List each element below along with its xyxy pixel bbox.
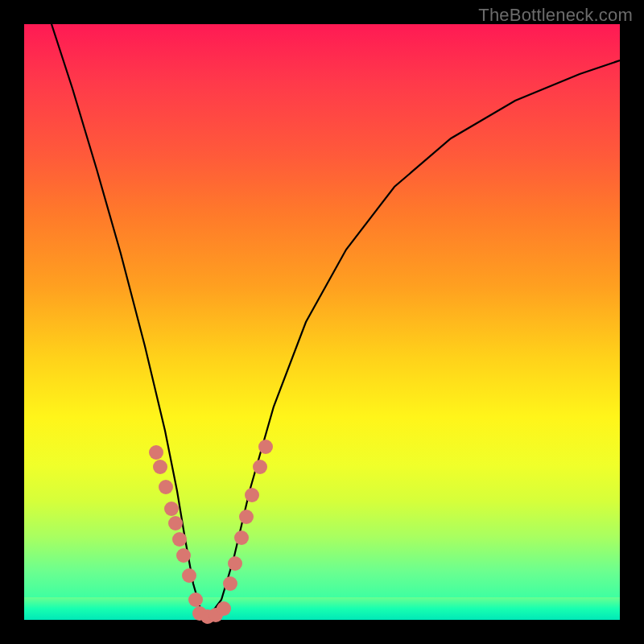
marker-left bbox=[153, 460, 167, 474]
marker-left bbox=[149, 445, 163, 460]
marker-right bbox=[245, 488, 259, 502]
marker-right bbox=[234, 530, 249, 545]
marker-right bbox=[228, 556, 242, 571]
marker-right bbox=[253, 460, 267, 474]
marker-bottom bbox=[217, 601, 231, 616]
chart-frame: TheBottleneck.com bbox=[0, 0, 644, 644]
marker-left bbox=[176, 548, 191, 563]
plot-area bbox=[24, 24, 620, 620]
marker-right bbox=[258, 440, 273, 454]
curve-path bbox=[52, 24, 620, 616]
watermark-text: TheBottleneck.com bbox=[478, 5, 633, 26]
marker-right bbox=[239, 510, 254, 524]
marker-left bbox=[188, 592, 203, 607]
green-band bbox=[24, 597, 620, 620]
marker-left bbox=[168, 516, 183, 530]
marker-left bbox=[164, 502, 179, 516]
marker-left bbox=[159, 480, 173, 494]
marker-left bbox=[182, 568, 196, 583]
marker-right bbox=[223, 576, 237, 591]
bottleneck-curve bbox=[24, 24, 620, 620]
marker-left bbox=[172, 532, 187, 547]
